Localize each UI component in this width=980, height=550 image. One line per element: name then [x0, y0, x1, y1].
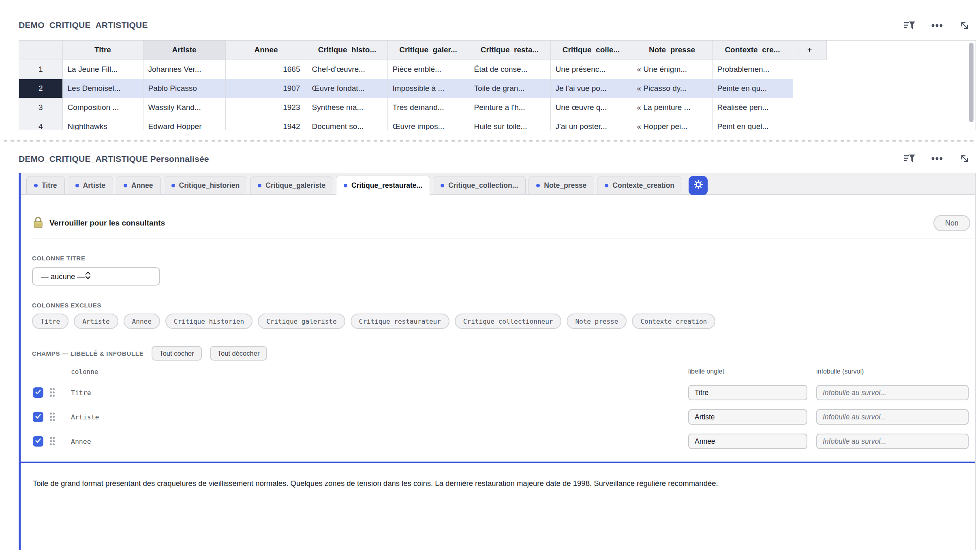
- tab-critique-collectionneur[interactable]: Critique_collection...: [433, 176, 526, 194]
- add-column-button[interactable]: +: [793, 41, 826, 60]
- tab-annee[interactable]: Annee: [116, 176, 160, 194]
- field-tooltip-input[interactable]: [816, 434, 969, 449]
- table-cell[interactable]: « La peinture ...: [632, 98, 712, 117]
- table-cell[interactable]: Œuvre impos...: [387, 117, 469, 130]
- field-tooltip-input[interactable]: [816, 385, 969, 400]
- drag-handle-icon[interactable]: [50, 388, 55, 397]
- field-checkbox[interactable]: [33, 387, 43, 398]
- tab-titre[interactable]: Titre: [26, 176, 65, 194]
- table-cell[interactable]: Huile sur toile...: [469, 117, 550, 130]
- excluded-pill-contexte-creation[interactable]: Contexte_creation: [632, 314, 715, 329]
- row-number-header[interactable]: [19, 41, 62, 60]
- lock-toggle-button[interactable]: Non: [933, 215, 970, 231]
- row-number[interactable]: 4: [19, 117, 62, 130]
- tab-contexte-creation[interactable]: Contexte_creation: [597, 176, 682, 194]
- excluded-pill-note-presse[interactable]: Note_presse: [567, 314, 627, 329]
- table-cell[interactable]: Pablo Picasso: [143, 79, 225, 98]
- more-icon[interactable]: [931, 19, 944, 32]
- drag-handle-icon[interactable]: [50, 437, 55, 446]
- table-cell[interactable]: « Hopper pei...: [632, 117, 712, 130]
- table-cell[interactable]: « Picasso dy...: [632, 79, 712, 98]
- column-header-titre[interactable]: Titre: [62, 41, 143, 60]
- excluded-pill-critique-collectionneur[interactable]: Critique_collectionneur: [455, 314, 562, 329]
- table-cell[interactable]: Synthèse ma...: [307, 98, 387, 117]
- title-column-select[interactable]: — aucune —: [32, 267, 160, 286]
- tab-dot-icon: [75, 184, 79, 187]
- excluded-pill-critique-historien[interactable]: Critique_historien: [165, 314, 252, 329]
- tab-artiste[interactable]: Artiste: [68, 176, 113, 194]
- tab-settings-button[interactable]: [689, 176, 708, 195]
- table-cell[interactable]: « Une énigm...: [632, 60, 712, 79]
- row-number[interactable]: 3: [19, 98, 62, 117]
- uncheck-all-button[interactable]: Tout décocher: [210, 346, 267, 361]
- column-header-artiste[interactable]: Artiste: [143, 41, 225, 60]
- excluded-pill-critique-restaurateur[interactable]: Critique_restaurateur: [351, 314, 449, 329]
- column-header-critique-collectionneur[interactable]: Critique_colle...: [550, 41, 632, 60]
- table-cell[interactable]: Une présenc...: [550, 60, 632, 79]
- table-cell[interactable]: La Jeune Fill...: [62, 60, 143, 79]
- excluded-pill-titre[interactable]: Titre: [32, 314, 68, 329]
- filter-sort-icon[interactable]: [903, 19, 916, 32]
- table-cell[interactable]: Chef-d'œuvre...: [307, 60, 387, 79]
- table-cell[interactable]: Composition ...: [62, 98, 143, 117]
- expand-icon[interactable]: [958, 19, 971, 32]
- table-cell[interactable]: Peinture à l'h...: [469, 98, 550, 117]
- table-cell[interactable]: Réalisée pen...: [712, 98, 793, 117]
- tab-dot-icon: [536, 184, 540, 187]
- table-cell[interactable]: 1942: [225, 117, 307, 130]
- field-checkbox[interactable]: [33, 436, 43, 447]
- tab-note-presse[interactable]: Note_presse: [529, 176, 594, 194]
- tab-critique-historien[interactable]: Critique_historien: [164, 176, 248, 194]
- filter-sort-icon[interactable]: [903, 153, 916, 165]
- table-cell[interactable]: Très demand...: [387, 98, 469, 117]
- field-label-input[interactable]: [688, 434, 807, 449]
- excluded-pill-annee[interactable]: Annee: [124, 314, 160, 329]
- table-cell[interactable]: Probablemen...: [712, 60, 793, 79]
- row-number[interactable]: 2: [19, 79, 62, 98]
- column-header-critique-historien[interactable]: Critique_histo...: [307, 41, 387, 60]
- table-cell[interactable]: Peint en quel...: [712, 117, 793, 130]
- table-cell[interactable]: 1923: [225, 98, 307, 117]
- table-cell[interactable]: Peinte en qu...: [712, 79, 793, 98]
- table-cell[interactable]: Edward Hopper: [143, 117, 225, 130]
- table-cell[interactable]: Wassily Kand...: [143, 98, 225, 117]
- excluded-pill-critique-galeriste[interactable]: Critique_galeriste: [258, 314, 345, 329]
- column-header-critique-restaurateur[interactable]: Critique_resta...: [469, 41, 550, 60]
- table-cell[interactable]: Je l'ai vue po...: [550, 79, 632, 98]
- tab-critique-restaurateur-active[interactable]: Critique_restaurate...: [336, 176, 430, 195]
- more-icon[interactable]: [931, 153, 944, 165]
- excluded-pill-artiste[interactable]: Artiste: [74, 314, 118, 329]
- preview-textarea[interactable]: Toile de grand format présentant des cra…: [21, 462, 975, 550]
- field-label-input[interactable]: [688, 385, 807, 400]
- column-header-note-presse[interactable]: Note_presse: [632, 41, 712, 60]
- table-cell[interactable]: Œuvre fondat...: [307, 79, 387, 98]
- field-tooltip-input[interactable]: [816, 409, 969, 425]
- row-number[interactable]: 1: [19, 60, 62, 79]
- table-cell[interactable]: État de conse...: [469, 60, 550, 79]
- column-header-annee[interactable]: Annee: [225, 41, 307, 60]
- table-cell[interactable]: Pièce emblé...: [387, 60, 469, 79]
- check-all-button[interactable]: Tout cocher: [152, 346, 201, 361]
- table-cell[interactable]: 1907: [225, 79, 307, 98]
- column-header-critique-galeriste[interactable]: Critique_galer...: [387, 41, 469, 60]
- field-checkbox[interactable]: [33, 412, 43, 422]
- fields-section-label: CHAMPS — LIBELLÉ & INFOBULLE: [32, 350, 143, 357]
- table-cell[interactable]: Toile de gran...: [469, 79, 550, 98]
- table-scrollbar-thumb[interactable]: [969, 43, 974, 122]
- table-cell[interactable]: Impossible à ...: [387, 79, 469, 98]
- tab-bar: Titre Artiste Annee Critique_historien C…: [21, 173, 975, 195]
- table-cell[interactable]: 1665: [225, 60, 307, 79]
- field-label-input[interactable]: [688, 409, 807, 425]
- table-cell[interactable]: J'ai un poster...: [550, 117, 632, 130]
- table-cell[interactable]: Les Demoisel...: [62, 79, 143, 98]
- expand-icon[interactable]: [958, 153, 971, 165]
- table-cell[interactable]: Nighthawks: [62, 117, 143, 130]
- tab-critique-galeriste[interactable]: Critique_galeriste: [250, 176, 333, 194]
- table-cell[interactable]: Une œuvre q...: [550, 98, 632, 117]
- fields-section-header: CHAMPS — LIBELLÉ & INFOBULLE Tout cocher…: [32, 346, 975, 361]
- column-header-contexte-creation[interactable]: Contexte_cre...: [712, 41, 793, 60]
- drag-handle-icon[interactable]: [50, 412, 55, 421]
- excluded-columns-label: COLONNES EXCLUES: [32, 302, 975, 309]
- table-cell[interactable]: Johannes Ver...: [143, 60, 225, 79]
- table-cell[interactable]: Document so...: [307, 117, 387, 130]
